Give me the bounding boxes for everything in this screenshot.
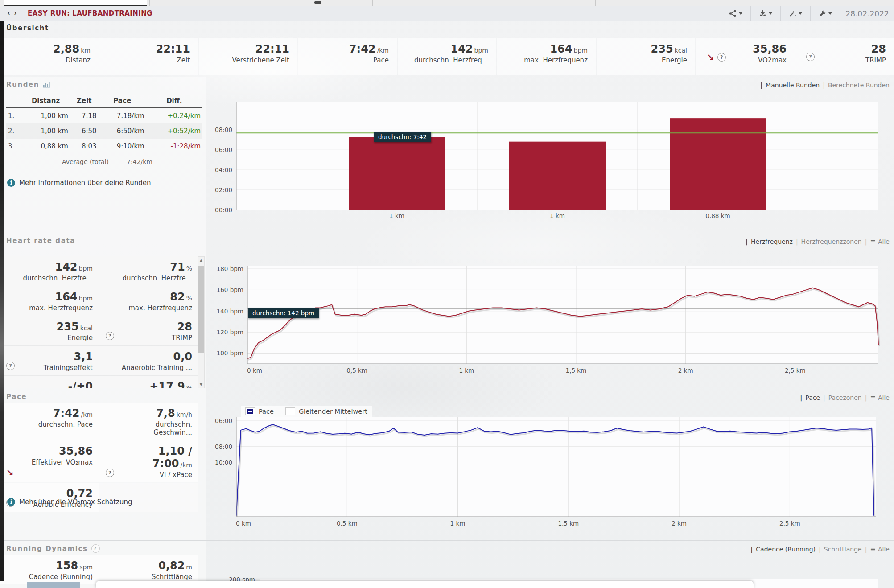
x-tick-label: 1 km xyxy=(459,367,474,374)
x-tick-label: 1 km xyxy=(450,520,466,527)
bottom-left-box[interactable] xyxy=(27,582,80,588)
help-icon[interactable]: ? xyxy=(806,53,815,61)
prev-activity-icon[interactable]: ‹ xyxy=(7,8,14,17)
x-tick-label: 2,5 km xyxy=(785,367,806,374)
tab-separator xyxy=(149,0,150,6)
tab-separator xyxy=(595,0,596,6)
overview-stats-row: 2,88kmDistanz22:11Zeit22:11Verstrichene … xyxy=(0,38,894,75)
stat-value: 7:42 xyxy=(349,43,376,55)
overview-heading: Übersicht xyxy=(6,24,49,32)
share-icon xyxy=(729,10,737,17)
y-tick-label: 120 bpm xyxy=(217,329,243,336)
stat-value: 164 xyxy=(550,43,572,55)
bar-category-label: 1 km xyxy=(550,212,565,219)
chevron-down-icon xyxy=(739,12,742,15)
x-tick-label: 0,5 km xyxy=(346,367,367,374)
y-tick-label: 08:00 xyxy=(215,443,232,450)
share-button[interactable] xyxy=(721,6,750,21)
section-heart-rate: Heart rate data |Herzfrequenz|Herzfreque… xyxy=(0,233,894,389)
y-tick-label: 140 bpm xyxy=(217,308,243,315)
stat-unit: /km xyxy=(377,47,389,54)
page-left-dark-strip xyxy=(0,21,4,581)
stat-label: TRIMP xyxy=(803,56,886,64)
settings-button[interactable] xyxy=(810,6,840,21)
tab-separator xyxy=(493,0,493,6)
x-tick-label: 0 km xyxy=(247,367,262,374)
stat-energie: 235kcalEnergie xyxy=(597,38,695,75)
pace-chart[interactable]: 06:0008:0010:000 km0,5 km1 km1,5 km2 km2… xyxy=(0,389,894,541)
stat-vo2max: ↘?35,86VO2max xyxy=(696,38,795,75)
x-tick-label: 0 km xyxy=(236,520,251,527)
stat-value-line: 22:11 xyxy=(107,43,190,55)
x-tick-label: 2,5 km xyxy=(779,520,800,527)
stat-pace: 7:42/kmPace xyxy=(298,38,397,75)
stat-value: 22:11 xyxy=(255,43,289,55)
bottom-banner[interactable] xyxy=(96,581,754,588)
stat-value-line: 164bpm xyxy=(505,43,588,55)
stat-label: max. Herzfrequenz xyxy=(505,56,588,64)
lap-bar xyxy=(509,142,606,210)
browser-tab-strip xyxy=(0,0,894,7)
y-tick-label: 02:00 xyxy=(215,186,232,193)
lap-bar xyxy=(349,137,445,210)
laps-average-tooltip: durchschn: 7:42 xyxy=(374,132,431,142)
y-tick-label: 06:00 xyxy=(215,146,232,153)
download-button[interactable] xyxy=(750,6,780,21)
x-tick-label: 1,5 km xyxy=(558,520,579,527)
x-tick-label: 2 km xyxy=(678,367,693,374)
y-tick-label: 180 bpm xyxy=(217,265,243,272)
stat-label: Verstrichene Zeit xyxy=(207,56,289,64)
tools-button[interactable] xyxy=(780,6,810,21)
y-tick-label: 00:00 xyxy=(215,206,232,214)
tab-separator xyxy=(252,0,252,6)
section-overview: Übersicht 2,88kmDistanz22:11Zeit22:11Ver… xyxy=(0,21,894,77)
stat-label: Pace xyxy=(306,56,389,64)
bar-category-label: 1 km xyxy=(389,212,404,219)
magic-wand-icon xyxy=(789,10,796,17)
tab-dash-icon xyxy=(314,1,321,4)
help-icon[interactable]: ? xyxy=(717,53,726,62)
stat-value-line: 22:11 xyxy=(207,43,289,55)
x-tick-label: 1,5 km xyxy=(566,367,587,374)
y-tick-label: 10:00 xyxy=(215,459,232,466)
trend-down-arrow-icon: ↘ xyxy=(707,53,714,62)
stat-value-line: 142bpm xyxy=(406,43,488,55)
tab-separator xyxy=(372,0,373,6)
stat-max-herzfrequenz: 164bpmmax. Herzfrequenz xyxy=(497,38,596,75)
stat-durchschn-herzfreq: 142bpmdurchschn. Herzfreq... xyxy=(398,38,496,75)
chevron-down-icon xyxy=(769,12,772,15)
stat-unit: bpm xyxy=(574,47,588,54)
stat-zeit: 22:11Zeit xyxy=(99,38,198,75)
stat-value: 22:11 xyxy=(156,43,190,55)
download-icon xyxy=(759,10,766,17)
stat-distanz: 2,88kmDistanz xyxy=(0,38,99,75)
prev-next-activity-buttons[interactable]: ‹› xyxy=(7,8,21,17)
chevron-down-icon xyxy=(799,12,802,15)
activity-title: EASY RUN: LAUFBANDTRAINING xyxy=(28,9,152,17)
stat-value: 2,88 xyxy=(53,43,79,55)
activity-title-bar: ‹› EASY RUN: LAUFBANDTRAINING 28.02.2022 xyxy=(0,6,894,21)
stat-label: Energie xyxy=(605,56,687,64)
lap-bar xyxy=(670,118,766,210)
stat-unit: bpm xyxy=(474,47,488,54)
next-activity-icon[interactable]: › xyxy=(14,8,21,17)
stat-unit: km xyxy=(81,47,91,54)
stat-value: 28 xyxy=(871,43,886,55)
stat-icons: ↘? xyxy=(707,53,726,62)
heart-rate-chart[interactable]: 100 bpm120 bpm140 bpm160 bpm180 bpm0 km0… xyxy=(0,233,894,389)
activity-date: 28.02.2022 xyxy=(840,6,894,21)
stat-trimp: ?28TRIMP xyxy=(795,38,894,75)
chevron-down-icon xyxy=(828,12,832,15)
stat-value: 142 xyxy=(450,43,473,55)
stat-value-line: 235kcal xyxy=(605,43,687,55)
laps-bar-chart[interactable]: 00:0002:0004:0006:0008:001 km1 km0.88 km xyxy=(0,77,894,233)
y-tick-label: 08:00 xyxy=(215,126,232,133)
active-tab[interactable] xyxy=(4,0,147,6)
wrench-icon xyxy=(819,10,826,17)
x-tick-label: 2 km xyxy=(672,520,687,527)
y-tick-label: 160 bpm xyxy=(217,286,243,293)
activity-page: ‹› EASY RUN: LAUFBANDTRAINING 28.02.2022 xyxy=(0,0,894,588)
x-tick-label: 0,5 km xyxy=(337,520,358,527)
stat-value-line: 28 xyxy=(803,43,886,55)
y-tick-label: 06:00 xyxy=(215,417,232,424)
